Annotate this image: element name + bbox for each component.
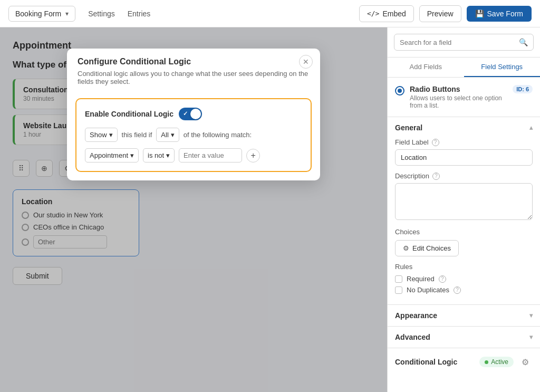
- enable-toggle[interactable]: ✓: [179, 108, 202, 120]
- required-help-icon[interactable]: ?: [439, 275, 446, 283]
- search-box: 🔍: [394, 34, 534, 51]
- rules-section: Rules Required ? No Duplicates ?: [395, 263, 533, 294]
- topbar: Booking Form ▾ Settings Entries </> Embe…: [0, 0, 540, 27]
- required-checkbox[interactable]: [395, 275, 402, 283]
- save-form-button[interactable]: 💾 Save Form: [467, 6, 532, 22]
- preview-button[interactable]: Preview: [419, 5, 461, 22]
- conditional-logic-box: Enable Conditional Logic ✓ Show ▾ this f…: [75, 98, 312, 172]
- nav-entries[interactable]: Entries: [128, 9, 151, 18]
- general-section-header[interactable]: General ▴: [388, 117, 540, 138]
- configure-conditional-logic-modal: ✕ Configure Conditional Logic Conditiona…: [67, 49, 320, 180]
- show-dropdown[interactable]: Show ▾: [85, 128, 118, 142]
- conditional-logic-row: Conditional Logic Active ⚙: [388, 348, 540, 376]
- add-condition-button[interactable]: +: [246, 149, 260, 162]
- field-label-input[interactable]: [395, 149, 533, 166]
- conditional-logic-right: Active ⚙: [479, 355, 533, 369]
- sidebar-section-appearance: Appearance ▾: [388, 305, 540, 327]
- chevron-down-icon: ▾: [171, 131, 175, 139]
- no-duplicates-help-icon[interactable]: ?: [454, 286, 461, 294]
- no-duplicates-checkbox[interactable]: [395, 286, 402, 294]
- field-type-info: Radio Buttons Allows users to select one…: [410, 85, 507, 109]
- chevron-down-icon: ▾: [529, 333, 533, 341]
- modal-overlay: ✕ Configure Conditional Logic Conditiona…: [0, 27, 387, 392]
- rules-label: Rules: [395, 263, 533, 271]
- nav-settings[interactable]: Settings: [88, 9, 115, 18]
- general-label: General: [395, 123, 422, 132]
- all-dropdown[interactable]: All ▾: [156, 128, 179, 142]
- chevron-up-icon: ▴: [529, 124, 533, 131]
- search-input[interactable]: [400, 39, 515, 46]
- topbar-nav: Settings Entries: [88, 9, 150, 18]
- enable-conditional-logic-row: Enable Conditional Logic ✓: [85, 108, 302, 120]
- condition-operator-dropdown[interactable]: is not ▾: [143, 148, 175, 162]
- field-label-row: Field Label ?: [395, 138, 533, 146]
- description-textarea[interactable]: [395, 183, 533, 220]
- gear-icon: ⚙: [403, 244, 409, 252]
- general-section-body: Field Label ? Description ? Choices ⚙ Ed…: [388, 138, 540, 304]
- sidebar-section-advanced: Advanced ▾: [388, 327, 540, 348]
- topbar-right: </> Embed Preview 💾 Save Form: [359, 5, 532, 22]
- condition-op-value: is not: [148, 151, 164, 159]
- tab-add-fields[interactable]: Add Fields: [388, 58, 464, 77]
- active-label: Active: [491, 358, 508, 366]
- required-row: Required ?: [395, 275, 533, 283]
- conditional-logic-label: Conditional Logic: [395, 358, 457, 366]
- show-condition-row: Show ▾ this field if All ▾ of the follow…: [85, 128, 302, 142]
- field-type-name: Radio Buttons: [410, 85, 507, 93]
- condition-value-input[interactable]: [179, 148, 242, 162]
- description-label-row: Description ?: [395, 172, 533, 180]
- chevron-down-icon: ▾: [65, 10, 69, 17]
- form-name-dropdown[interactable]: Booking Form ▾: [8, 6, 75, 22]
- condition-field-value: Appointment: [90, 151, 128, 159]
- form-name-label: Booking Form: [15, 9, 61, 18]
- topbar-left: Booking Form ▾ Settings Entries: [8, 6, 150, 22]
- this-field-if-text: this field if: [122, 131, 152, 139]
- active-dot-icon: [485, 360, 488, 364]
- modal-title: Configure Conditional Logic: [78, 57, 310, 66]
- choices-section: Choices ⚙ Edit Choices: [395, 228, 533, 256]
- main-layout: Appointment What type of appoint... Cons…: [0, 27, 540, 392]
- field-label-help-icon[interactable]: ?: [432, 139, 439, 146]
- all-value: All: [161, 131, 168, 139]
- appearance-section-header[interactable]: Appearance ▾: [388, 305, 540, 326]
- field-id-badge: ID: 6: [513, 85, 533, 93]
- sidebar-search: 🔍: [388, 27, 540, 58]
- advanced-label: Advanced: [395, 333, 430, 341]
- chevron-down-icon: ▾: [166, 151, 170, 159]
- no-duplicates-row: No Duplicates ?: [395, 286, 533, 294]
- condition-field-dropdown[interactable]: Appointment ▾: [85, 148, 139, 162]
- radio-button-icon: [395, 86, 404, 95]
- edit-choices-label: Edit Choices: [412, 244, 451, 252]
- tab-field-settings[interactable]: Field Settings: [464, 58, 541, 77]
- choices-label: Choices: [395, 228, 533, 236]
- chevron-down-icon: ▾: [109, 131, 113, 139]
- search-icon: 🔍: [519, 38, 528, 46]
- modal-header: Configure Conditional Logic Conditional …: [67, 49, 320, 91]
- chevron-down-icon: ▾: [130, 151, 134, 159]
- of-following-text: of the following match:: [184, 131, 252, 139]
- required-label: Required: [407, 275, 435, 283]
- right-sidebar: 🔍 Add Fields Field Settings Radio Button…: [387, 27, 540, 392]
- form-canvas: Appointment What type of appoint... Cons…: [0, 27, 387, 392]
- field-info-section: Radio Buttons Allows users to select one…: [388, 78, 540, 117]
- no-duplicates-label: No Duplicates: [407, 286, 449, 294]
- description-help-icon[interactable]: ?: [432, 173, 440, 180]
- embed-button[interactable]: </> Embed: [359, 5, 414, 22]
- active-badge: Active: [479, 357, 514, 367]
- modal-close-button[interactable]: ✕: [299, 55, 313, 69]
- sidebar-tabs: Add Fields Field Settings: [388, 58, 540, 78]
- condition-row: Appointment ▾ is not ▾ +: [85, 148, 302, 162]
- save-icon: 💾: [475, 9, 484, 18]
- radio-dot: [398, 89, 402, 93]
- toggle-check-icon: ✓: [183, 110, 188, 117]
- toggle-knob: [190, 109, 201, 119]
- appearance-label: Appearance: [395, 311, 437, 320]
- advanced-section-header[interactable]: Advanced ▾: [388, 327, 540, 348]
- field-type-desc: Allows users to select one option from a…: [410, 94, 507, 109]
- field-label-text: Field Label: [395, 138, 429, 146]
- edit-choices-button[interactable]: ⚙ Edit Choices: [395, 240, 459, 256]
- modal-description: Conditional logic allows you to change w…: [78, 70, 310, 85]
- enable-label: Enable Conditional Logic: [85, 110, 173, 118]
- conditional-logic-gear-button[interactable]: ⚙: [518, 355, 533, 369]
- sidebar-section-general: General ▴ Field Label ? Description ? Ch…: [388, 117, 540, 305]
